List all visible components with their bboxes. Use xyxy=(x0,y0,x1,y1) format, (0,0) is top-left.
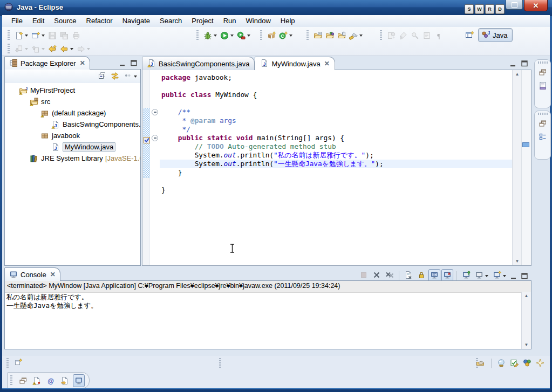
code-line[interactable] xyxy=(160,99,513,108)
run-external-button[interactable] xyxy=(236,28,251,43)
menu-window[interactable]: Window xyxy=(241,15,276,27)
fast-view-new-icon[interactable] xyxy=(14,358,25,369)
stack-drag-handle[interactable] xyxy=(538,61,548,64)
new-class-button[interactable]: C xyxy=(278,28,294,43)
code-line[interactable]: public class MyWindow { xyxy=(160,91,513,99)
package-explorer-tree[interactable]: JMyFirstProjectsrc(default package)JBasi… xyxy=(5,83,140,266)
code-line[interactable]: /** xyxy=(160,108,513,116)
maximize-view-button[interactable] xyxy=(520,272,529,280)
restore-pane-fastview-button[interactable] xyxy=(17,374,29,387)
scroll-up-icon[interactable]: ▲ xyxy=(522,292,531,300)
tree-item-mywindow-java[interactable]: JMyWindow.java xyxy=(5,141,140,153)
view-menu-button[interactable] xyxy=(122,70,139,84)
display-selected-console-dropdown-icon[interactable] xyxy=(485,275,488,277)
usage-spheres-button[interactable] xyxy=(523,359,533,368)
tree-item-jre-system-library[interactable]: JRE System Library[JavaSE-1.6 xyxy=(5,153,140,164)
back-button[interactable] xyxy=(59,42,74,57)
code-line[interactable] xyxy=(160,82,513,91)
close-view-icon[interactable]: ✕ xyxy=(50,271,56,278)
code-line[interactable]: */ xyxy=(160,125,513,134)
new-menu-dropdown-icon[interactable] xyxy=(42,35,45,37)
new-class-dropdown-icon[interactable] xyxy=(289,35,292,37)
capture-button-d[interactable]: D xyxy=(495,4,505,14)
tree-item-basicswingcomponents-j[interactable]: JBasicSwingComponents.j xyxy=(5,119,140,130)
console-fastview-button[interactable] xyxy=(73,374,85,387)
code-line[interactable]: System.out.println("一生懸命Javaを勉強します。"); xyxy=(160,160,513,168)
fold-collapse-icon[interactable] xyxy=(152,135,158,141)
menu-navigate[interactable]: Navigate xyxy=(118,15,155,27)
scroll-down-icon[interactable]: ▼ xyxy=(513,257,522,265)
tree-item-javabook[interactable]: javabook xyxy=(5,130,140,141)
editor-left-ruler[interactable] xyxy=(142,70,150,265)
tree-item-myfirstproject[interactable]: JMyFirstProject xyxy=(5,85,140,96)
scroll-down-icon[interactable]: ▼ xyxy=(522,341,531,349)
capture-button-s[interactable]: S xyxy=(465,4,474,14)
restore-views-button[interactable] xyxy=(538,119,548,128)
capture-hand-button[interactable] xyxy=(476,359,486,368)
last-edit-location-button[interactable] xyxy=(47,42,58,57)
overview-marker[interactable] xyxy=(522,142,529,147)
editor-tab-basicswingcomponents.java[interactable]: JBasicSwingComponents.java xyxy=(142,57,255,70)
capture-button-w[interactable]: W xyxy=(475,4,484,14)
overview-ruler[interactable] xyxy=(521,70,531,265)
tree-item--default-package-[interactable]: (default package) xyxy=(5,107,140,119)
maximize-view-button[interactable] xyxy=(129,59,139,67)
restore-views-button[interactable] xyxy=(538,67,548,77)
title-bar[interactable]: Java - Eclipse SWRD ✕ xyxy=(0,0,552,16)
restore-window-button[interactable] xyxy=(506,0,523,10)
close-view-icon[interactable]: ✕ xyxy=(80,59,85,67)
trim-handle[interactable] xyxy=(219,358,221,368)
menu-search[interactable]: Search xyxy=(155,15,187,27)
maximize-view-button[interactable] xyxy=(520,59,529,68)
code-editor[interactable]: package javabook;public class MyWindow {… xyxy=(160,70,513,265)
scroll-up-icon[interactable]: ▲ xyxy=(513,70,522,78)
close-window-button[interactable]: ✕ xyxy=(524,0,548,11)
toolbar-drag-handle[interactable] xyxy=(8,44,10,54)
code-line[interactable] xyxy=(160,177,513,185)
code-line[interactable]: package javabook; xyxy=(160,73,513,82)
open-perspective-button[interactable] xyxy=(464,27,475,43)
editor-tab-mywindow.java[interactable]: JMyWindow.java✕ xyxy=(255,57,335,70)
new-menu-button[interactable] xyxy=(30,28,46,43)
stack-drag-handle[interactable] xyxy=(538,113,548,115)
close-tab-icon[interactable]: ✕ xyxy=(324,60,330,67)
declaration-fastview-button[interactable] xyxy=(59,374,71,387)
capture-button-r[interactable]: R xyxy=(485,4,494,14)
run-dropdown-icon[interactable] xyxy=(230,35,234,37)
folding-margin[interactable] xyxy=(150,70,160,265)
collapse-all-button[interactable] xyxy=(96,70,108,84)
debug-button[interactable] xyxy=(202,28,218,43)
problems-fastview-button[interactable] xyxy=(31,374,43,387)
view-menu-dropdown-icon[interactable] xyxy=(134,75,137,78)
minimize-view-button[interactable] xyxy=(118,59,127,67)
task-checklist-button[interactable] xyxy=(510,359,520,368)
run-button[interactable] xyxy=(219,28,235,43)
code-line[interactable]: } xyxy=(160,185,513,194)
menu-run[interactable]: Run xyxy=(219,15,241,27)
task-list-button[interactable] xyxy=(538,81,548,91)
open-type-folder-button[interactable] xyxy=(324,28,335,43)
fast-view-drag-handle[interactable] xyxy=(10,375,12,386)
outline-button[interactable] xyxy=(538,132,548,142)
code-line[interactable]: // TODO Auto-generated method stub xyxy=(160,142,513,151)
toolbar-drag-handle[interactable] xyxy=(306,30,309,41)
search-button[interactable] xyxy=(348,28,364,43)
trim-handle[interactable] xyxy=(6,358,9,368)
console-vertical-scrollbar[interactable]: ▲ ▼ xyxy=(521,292,531,349)
code-line[interactable]: System.out.println("私の名前は新居雅行です。"); xyxy=(160,151,513,160)
compass-star-button[interactable] xyxy=(536,359,546,368)
minimize-view-button[interactable] xyxy=(508,59,518,68)
open-console-dropdown-icon[interactable] xyxy=(503,275,506,277)
new-java-project-button[interactable] xyxy=(266,28,277,43)
console-output[interactable]: 私の名前は新居雅行です。一生懸命Javaを勉強します。 xyxy=(5,292,522,349)
fold-collapse-icon[interactable] xyxy=(152,109,158,115)
menu-refactor[interactable]: Refactor xyxy=(81,15,118,27)
code-line[interactable]: public static void main(String[] args) { xyxy=(160,134,513,142)
tree-item-src[interactable]: src xyxy=(5,96,140,107)
menu-project[interactable]: Project xyxy=(187,15,218,27)
link-with-editor-button[interactable] xyxy=(109,70,121,84)
code-line[interactable]: } xyxy=(160,168,513,177)
toolbar-drag-handle[interactable] xyxy=(260,30,262,41)
menu-source[interactable]: Source xyxy=(49,15,81,27)
editor-vertical-scrollbar[interactable]: ▲ ▼ xyxy=(512,70,522,265)
